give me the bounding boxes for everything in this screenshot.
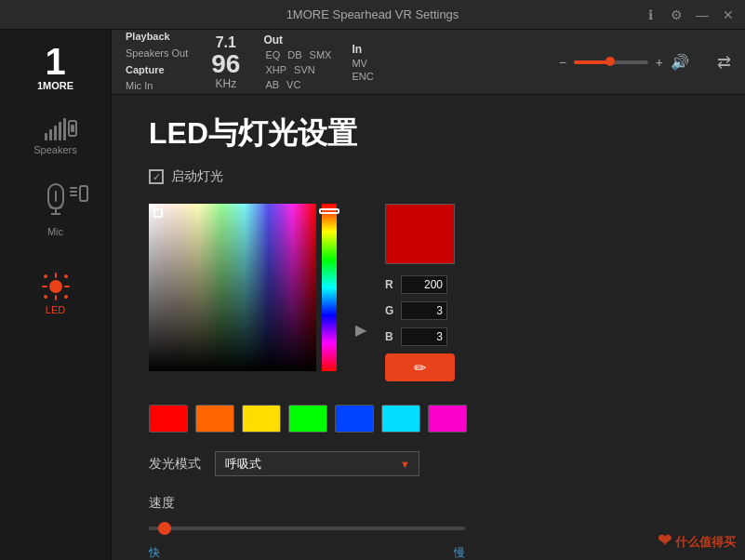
preset-orange[interactable] (195, 405, 234, 433)
db-button[interactable]: DB (286, 48, 303, 61)
mic-in-label: Mic In (126, 80, 153, 91)
speakers-out-label: Speakers Out (126, 47, 188, 59)
r-row: R (385, 275, 487, 294)
main-layout: 1 1MORE Speakers (0, 30, 745, 560)
out-buttons-row1: EQ DB SMX (263, 48, 333, 61)
preset-yellow[interactable] (242, 405, 281, 433)
logo-text: 1MORE (37, 80, 73, 91)
color-section: ▶ R G B (149, 204, 708, 381)
speed-track (149, 527, 465, 530)
xhp-button[interactable]: XHP (263, 63, 288, 76)
window-controls: ℹ ⚙ — ✕ (641, 6, 738, 24)
swap-button[interactable]: ⇄ (717, 52, 731, 73)
watermark-icon: ❤ (658, 531, 672, 550)
enable-label: 启动灯光 (171, 168, 223, 185)
window-title: 1MORE Spearhead VR Settings (286, 7, 459, 21)
speed-label: 速度 (149, 495, 708, 512)
svn-button[interactable]: SVN (292, 63, 317, 76)
minimize-button[interactable]: — (693, 6, 712, 24)
b-row: B (385, 327, 487, 346)
smx-button[interactable]: SMX (308, 48, 334, 61)
b-input[interactable] (401, 327, 447, 346)
mode-label: 发光模式 (149, 456, 201, 473)
speakers-icon (45, 118, 66, 140)
mic-label: Mic (47, 226, 63, 237)
speed-slow-label: 慢 (454, 545, 465, 560)
sample-rate-num: 96 (211, 51, 240, 77)
out-section: Out EQ DB SMX XHP SVN AB VC (263, 33, 333, 91)
out-buttons-row2: XHP SVN (263, 63, 333, 76)
volume-plus-button[interactable]: + (656, 55, 663, 70)
arrow-indicator: ▶ (355, 204, 366, 381)
volume-minus-button[interactable]: − (559, 55, 566, 70)
mic-icon (47, 183, 64, 209)
volume-fill (574, 60, 607, 64)
sidebar-item-mic[interactable]: Mic (0, 174, 111, 247)
hue-slider[interactable] (322, 204, 337, 371)
g-label: G (385, 304, 396, 317)
eyedropper-button[interactable]: ✏ (385, 353, 455, 381)
info-button[interactable]: ℹ (641, 6, 659, 24)
sample-rate: 96 KHz (211, 51, 240, 90)
titlebar: 1MORE Spearhead VR Settings ℹ ⚙ — ✕ (0, 0, 745, 30)
b-label: B (385, 330, 396, 343)
mode-select[interactable]: 呼吸式 常亮 闪烁 彩虹 (215, 451, 419, 476)
sidebar-item-speakers[interactable]: Speakers (0, 109, 111, 165)
sidebar: 1 1MORE Speakers (0, 30, 112, 560)
logo-area: 1 1MORE (19, 39, 93, 95)
settings-button[interactable]: ⚙ (667, 6, 685, 24)
color-info-panel: R G B ✏ (385, 204, 487, 381)
speed-row: 速度 快 慢 (149, 495, 708, 560)
main-content: LED与灯光设置 ✓ 启动灯光 (112, 95, 745, 560)
out-buttons-row3: AB VC (263, 78, 333, 91)
volume-slider[interactable] (574, 60, 648, 64)
device-info: Playback Speakers Out Capture Mic In (126, 29, 188, 94)
volume-control: − + 🔊 (559, 53, 689, 71)
enable-row: ✓ 启动灯光 (149, 168, 708, 185)
g-input[interactable] (401, 301, 447, 320)
eq-button[interactable]: EQ (263, 48, 282, 61)
preset-red[interactable] (149, 405, 188, 433)
capture-label: Capture (126, 64, 165, 75)
vc-button[interactable]: VC (285, 78, 302, 91)
watermark: ❤ 什么值得买 (658, 530, 736, 551)
in-title: In (352, 43, 373, 56)
enable-checkbox[interactable]: ✓ (149, 169, 164, 184)
speakers-label: Speakers (33, 144, 76, 155)
header-bar: Playback Speakers Out Capture Mic In 7.1… (112, 30, 745, 95)
speed-thumb[interactable] (158, 522, 171, 535)
in-section: In MV ENC (352, 43, 373, 82)
check-mark: ✓ (153, 171, 161, 183)
r-label: R (385, 278, 396, 291)
brightness-black-layer (149, 204, 316, 371)
speaker-icon: 🔊 (671, 53, 689, 71)
channel-label: 7.1 (216, 34, 236, 51)
speed-slider-container (149, 519, 465, 538)
color-presets (149, 405, 708, 433)
sample-rate-unit: KHz (216, 77, 237, 90)
sidebar-item-led[interactable]: LED (0, 263, 111, 325)
preset-green[interactable] (288, 405, 327, 433)
r-input[interactable] (401, 275, 447, 294)
page-title: LED与灯光设置 (149, 113, 708, 154)
preset-pink[interactable] (428, 405, 467, 433)
color-preview (385, 204, 455, 264)
out-title: Out (263, 33, 333, 47)
speed-fast-label: 快 (149, 545, 160, 560)
volume-thumb (605, 57, 615, 66)
preset-cyan[interactable] (381, 405, 420, 433)
color-gradient-picker[interactable] (149, 204, 316, 371)
close-button[interactable]: ✕ (719, 6, 738, 24)
mode-select-wrapper: 呼吸式 常亮 闪烁 彩虹 (215, 451, 419, 476)
led-icon (42, 273, 70, 300)
enc-button[interactable]: ENC (352, 71, 373, 82)
speed-labels: 快 慢 (149, 545, 465, 560)
hue-slider-thumb (319, 208, 339, 214)
led-label: LED (46, 304, 65, 315)
mv-button[interactable]: MV (352, 58, 373, 69)
preset-blue[interactable] (335, 405, 374, 433)
eyedropper-icon: ✏ (414, 359, 426, 377)
ab-button[interactable]: AB (263, 78, 281, 91)
watermark-text: 什么值得买 (675, 535, 736, 549)
mode-row: 发光模式 呼吸式 常亮 闪烁 彩虹 (149, 451, 708, 476)
